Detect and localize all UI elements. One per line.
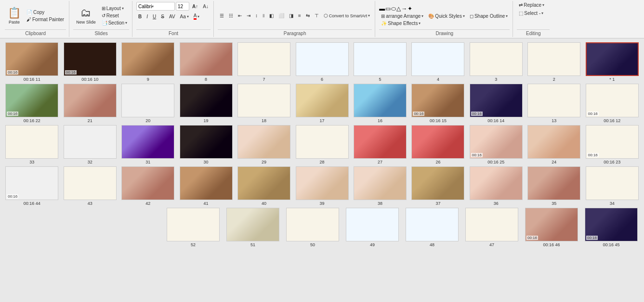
slide-thumb-2[interactable] — [527, 42, 580, 76]
reset-button[interactable]: ↺ Reset — [100, 13, 129, 19]
slide-item-4[interactable]: 4 — [410, 42, 466, 82]
slide-thumb-21[interactable] — [64, 84, 117, 117]
numbering-button[interactable]: ☷ — [227, 13, 235, 19]
slide-thumb-32[interactable] — [64, 125, 117, 159]
slide-thumb-22[interactable] — [5, 84, 58, 117]
slide-item-46[interactable]: 00:16 46 — [523, 208, 580, 247]
slide-thumb-6[interactable] — [296, 42, 349, 76]
slide-thumb-40[interactable] — [237, 166, 290, 200]
columns-button[interactable]: ⫴ — [261, 13, 266, 19]
slide-item-49[interactable]: 49 — [343, 208, 401, 247]
indent-more-button[interactable]: ⇥ — [245, 13, 252, 19]
slide-thumb-11[interactable] — [5, 42, 58, 76]
shape-rounded-rect[interactable]: ▭ — [385, 5, 391, 12]
slide-item-16[interactable]: 16 — [352, 84, 408, 123]
select-button[interactable]: ⬚ Select - ▾ — [517, 10, 545, 16]
slide-item-40[interactable]: 40 — [236, 166, 292, 206]
change-case-button[interactable]: Aa ▾ — [178, 13, 191, 20]
bold-button[interactable]: B — [136, 13, 144, 20]
slide-thumb-7[interactable] — [237, 42, 290, 76]
slide-thumb-43[interactable] — [64, 166, 117, 200]
slide-item-44[interactable]: 00:16 44 — [4, 166, 60, 206]
slide-thumb-29[interactable] — [237, 125, 290, 159]
slide-thumb-37[interactable] — [411, 166, 464, 200]
slide-thumb-17[interactable] — [296, 84, 349, 117]
slide-thumb-12[interactable] — [586, 84, 639, 117]
align-right-button[interactable]: ◨ — [287, 13, 295, 19]
slide-item-1[interactable]: 1 — [584, 42, 640, 82]
slide-thumb-13[interactable] — [527, 84, 580, 117]
slide-thumb-41[interactable] — [180, 166, 233, 200]
slide-item-45[interactable]: 00:16 45 — [582, 208, 640, 247]
slide-thumb-52[interactable] — [167, 208, 220, 241]
slide-item-37[interactable]: 37 — [410, 166, 466, 206]
format-painter-button[interactable]: 🖌 Format Painter — [25, 16, 66, 23]
slide-item-2[interactable]: 2 — [526, 42, 582, 82]
section-button[interactable]: 📑 Section ▾ — [100, 20, 129, 26]
indent-less-button[interactable]: ⇤ — [236, 13, 244, 19]
slide-thumb-5[interactable] — [354, 42, 407, 76]
slide-item-29[interactable]: 29 — [236, 125, 292, 164]
slide-item-10[interactable]: 00:16 10 — [62, 42, 118, 82]
slide-thumb-28[interactable] — [296, 125, 349, 159]
slide-item-36[interactable]: 36 — [468, 166, 524, 206]
slide-item-14[interactable]: 00:16 14 — [468, 84, 524, 123]
slide-thumb-33[interactable] — [5, 125, 58, 159]
slide-thumb-34[interactable] — [586, 166, 639, 200]
slide-thumb-18[interactable] — [237, 84, 290, 117]
slide-thumb-47[interactable] — [465, 208, 518, 241]
font-color-button[interactable]: A ▾ — [192, 13, 202, 20]
shape-oval[interactable]: ⬭ — [391, 5, 396, 12]
quick-styles-button[interactable]: 🎨 Quick Styles ▾ — [426, 13, 467, 19]
slide-item-9[interactable]: 9 — [120, 42, 176, 82]
slide-item-22[interactable]: 00:16 22 — [4, 84, 60, 123]
slide-item-13[interactable]: 13 — [526, 84, 582, 123]
slide-item-39[interactable]: 39 — [294, 166, 350, 206]
slide-item-32[interactable]: 32 — [62, 125, 118, 164]
slide-thumb-24[interactable] — [527, 125, 580, 159]
smartart-button[interactable]: ⬡Convert to SmartArt▾ — [322, 13, 372, 19]
align-text-button[interactable]: ≡ — [296, 13, 303, 19]
layout-button[interactable]: ⊞ Layout ▾ — [100, 5, 129, 12]
slide-thumb-26[interactable] — [411, 125, 464, 159]
slide-item-15[interactable]: 00:16 15 — [410, 84, 466, 123]
slide-item-43[interactable]: 43 — [62, 166, 118, 206]
slide-thumb-38[interactable] — [354, 166, 407, 200]
slide-thumb-45[interactable] — [585, 208, 638, 241]
slide-thumb-1[interactable] — [586, 42, 639, 76]
slide-item-47[interactable]: 47 — [463, 208, 521, 247]
shape-rect[interactable]: ▬ — [379, 5, 385, 12]
arrange-button[interactable]: ⊞ arrange Arrange ▾ — [379, 13, 425, 19]
shape-arrow[interactable]: → — [401, 5, 407, 12]
slide-thumb-23[interactable] — [586, 125, 639, 159]
slide-item-17[interactable]: 17 — [294, 84, 350, 123]
slide-item-18[interactable]: 18 — [236, 84, 292, 123]
slide-thumb-20[interactable] — [121, 84, 174, 117]
slide-thumb-19[interactable] — [180, 84, 233, 117]
slide-item-23[interactable]: 00:16 23 — [584, 125, 640, 164]
slide-thumb-46[interactable] — [525, 208, 578, 241]
slide-thumb-48[interactable] — [406, 208, 459, 241]
new-slide-button[interactable]: 🗂 New Slide — [73, 5, 99, 26]
slide-thumb-10[interactable] — [64, 42, 117, 76]
slide-item-11[interactable]: 00:16 11 — [4, 42, 60, 82]
slide-item-31[interactable]: 31 — [120, 125, 176, 164]
shape-effects-button[interactable]: ✨ Shape Effects ▾ — [379, 20, 422, 26]
slide-item-6[interactable]: 6 — [294, 42, 350, 82]
char-spacing-button[interactable]: AV — [167, 13, 177, 20]
slide-item-20[interactable]: 20 — [120, 84, 176, 123]
align-text2-button[interactable]: ⊤ — [313, 13, 321, 19]
paste-button[interactable]: 📋 Paste — [5, 5, 24, 26]
text-direction-button[interactable]: ⇆ — [304, 13, 312, 19]
slide-item-41[interactable]: 41 — [178, 166, 234, 206]
slide-item-52[interactable]: 52 — [164, 208, 222, 247]
slide-item-33[interactable]: 33 — [4, 125, 60, 164]
slide-thumb-49[interactable] — [346, 208, 399, 241]
line-spacing-button[interactable]: ↕ — [253, 13, 260, 19]
slide-thumb-39[interactable] — [296, 166, 349, 200]
strikethrough-button[interactable]: S — [159, 13, 166, 20]
font-size-input[interactable]: 12 — [176, 2, 189, 11]
slide-thumb-31[interactable] — [121, 125, 174, 159]
slide-thumb-27[interactable] — [354, 125, 407, 159]
slide-thumb-15[interactable] — [411, 84, 464, 117]
